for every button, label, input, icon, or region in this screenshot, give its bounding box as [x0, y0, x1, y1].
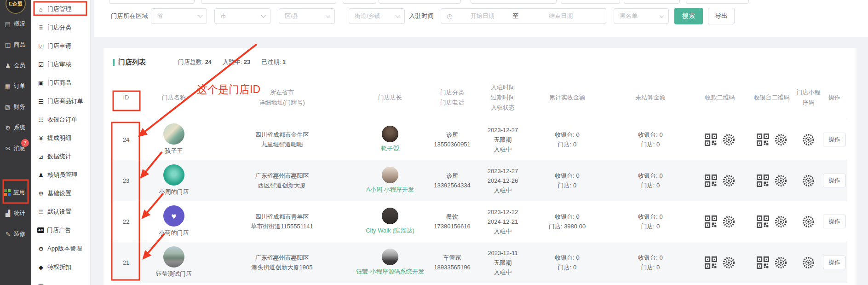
payment-roundqr-icon[interactable] — [723, 215, 735, 228]
submenu-item-store-category[interactable]: ⠿ 门店分类 — [31, 18, 90, 37]
sidebar-item-goods[interactable]: ◫ 商品 — [0, 35, 31, 55]
cashier-qr-icon[interactable] — [757, 134, 769, 146]
store-province: 四川省成都市金牛区 — [208, 130, 356, 140]
submenu-item-verifier-management[interactable]: ♟ 核销员管理 — [31, 166, 90, 184]
submenu-label: 收银台订单 — [47, 116, 77, 124]
city-select[interactable]: 市 — [214, 8, 270, 24]
cashier-roundqr-icon[interactable] — [775, 134, 787, 146]
submenu-item-default-settings[interactable]: ☰ 默认设置 — [31, 203, 90, 221]
row-action-button[interactable]: 操作 — [823, 174, 846, 187]
blacklist-select[interactable]: 黑名单 — [614, 8, 669, 24]
store-phone: 17380156616 — [425, 221, 480, 231]
miniprogram-qr-icon[interactable] — [802, 134, 815, 146]
amount-label: 收银台: — [555, 213, 575, 220]
row-action-button[interactable]: 操作 — [823, 215, 846, 228]
row-action-button[interactable]: 操作 — [823, 256, 846, 269]
sidebar-item-orders[interactable]: ▦ 订单 — [0, 76, 31, 97]
top-form-input[interactable] — [109, 0, 195, 4]
person-icon: ♟ — [37, 172, 45, 179]
received-amount-cell: 收银台: 0 门店: 3980.00 — [526, 212, 609, 231]
manager-name-link[interactable]: City Walk (瞎溜达) — [356, 226, 425, 235]
payment-qr-icon[interactable] — [705, 174, 717, 187]
header-payment-qr: 收款二维码 — [692, 93, 747, 103]
row-action-button[interactable]: 操作 — [823, 133, 846, 146]
submenu-item-privilege-discount[interactable]: ◆ 特权折扣 — [31, 258, 90, 276]
manager-name-link[interactable]: 钰莹-小程序源码系统开发 — [356, 267, 425, 276]
manager-name-link[interactable]: 耗子🐭 — [356, 144, 425, 153]
payment-roundqr-icon[interactable] — [723, 174, 735, 187]
sidebar-item-members[interactable]: ♟ 会员 — [0, 55, 31, 76]
submenu-item-store-management[interactable]: ⌂ 门店管理 — [31, 0, 90, 18]
cashier-qr-icon[interactable] — [757, 174, 769, 187]
cashier-roundqr-icon[interactable] — [775, 256, 787, 269]
received-amount-cell: 收银台: 0 门店: 0 — [526, 130, 609, 149]
amount-label: 门店: — [641, 182, 655, 189]
miniprogram-qr-icon[interactable] — [802, 256, 815, 269]
sidebar-item-overview[interactable]: ▤ 概况 — [0, 14, 31, 35]
filter-card: 门店所在区域 省 市 区/县 街道/乡镇 入驻时间 ◷ 开始日期 至 — [94, 0, 868, 37]
bag-icon: ▣ — [37, 80, 45, 87]
store-street: 草市街街道1155551141 — [208, 221, 356, 231]
store-manager-cell: 钰莹-小程序源码系统开发 — [356, 249, 425, 276]
header-action: 操作 — [821, 93, 848, 103]
goods-icon: ◫ — [4, 41, 11, 48]
submenu-item-data-statistics[interactable]: ⊿ 数据统计 — [31, 147, 90, 166]
street-select[interactable]: 街道/乡镇 — [349, 8, 405, 24]
store-list-header: 门店列表 门店总数:24 入驻中:23 已过期:1 — [113, 48, 847, 76]
tag-icon: ◆ — [37, 264, 45, 271]
top-form-input[interactable] — [624, 0, 680, 4]
top-form-input[interactable] — [379, 0, 461, 4]
sidebar-item-apps[interactable]: 应用 — [0, 182, 31, 203]
sidebar-item-decorate[interactable]: ✎ 装修 — [0, 224, 31, 244]
unsettled-amount-cell: 收银台: 0 门店: 0 — [609, 212, 692, 231]
payment-roundqr-icon[interactable] — [723, 134, 735, 146]
date-range-input[interactable]: ◷ 开始日期 至 结束日期 — [441, 8, 606, 24]
sidebar-item-label: 会员 — [14, 62, 25, 70]
district-select[interactable]: 区/县 — [279, 8, 335, 24]
submenu-item-commission-detail[interactable]: ¥ 提成明细 — [31, 129, 90, 147]
sidebar-item-messages[interactable]: ✉ 消息 7 — [0, 138, 31, 159]
manager-name-link[interactable]: A小周 小程序开发 — [356, 185, 425, 194]
payment-qr-icon[interactable] — [705, 215, 717, 228]
app-logo[interactable]: E企盟 — [6, 0, 26, 14]
miniprogram-qr-icon[interactable] — [802, 215, 815, 228]
cashier-roundqr-icon[interactable] — [775, 215, 787, 228]
submenu-item-store-apply[interactable]: ☑ 门店申请 — [31, 37, 90, 55]
store-name: 钰莹测试门店 — [139, 269, 208, 279]
payment-qr-icon[interactable] — [705, 134, 717, 146]
miniprogram-qr-icon[interactable] — [802, 174, 815, 187]
submenu-item-store-goods-orders[interactable]: ☰ 门店商品订单 — [31, 92, 90, 111]
export-button[interactable]: 导出 — [708, 8, 735, 24]
top-form-input[interactable] — [561, 0, 620, 4]
store-province: 四川省成都市青羊区 — [208, 212, 356, 221]
sidebar-item-label: 商品 — [14, 41, 25, 49]
submenu-item-store-review[interactable]: ☑ 门店审核 — [31, 55, 90, 74]
gear-icon: ⚙ — [4, 124, 11, 131]
submenu-item-store-goods[interactable]: ▣ 门店商品 — [31, 74, 90, 92]
store-category: 诊所 — [425, 171, 480, 180]
payment-roundqr-icon[interactable] — [723, 256, 735, 269]
top-form-input[interactable] — [201, 0, 336, 4]
cashier-qr-icon[interactable] — [757, 215, 769, 228]
secondary-sidebar: ⌂ 门店管理 ⠿ 门店分类 ☑ 门店申请 ☑ 门店审核 ▣ 门店商品 ☰ 门店商… — [31, 0, 91, 285]
top-form-input[interactable] — [686, 0, 749, 4]
search-button[interactable]: 搜索 — [674, 8, 703, 24]
top-form-input[interactable] — [343, 0, 376, 4]
cashier-qr-icon[interactable] — [757, 256, 769, 269]
submenu-item-cashier-orders[interactable]: ☷ 收银台订单 — [31, 111, 90, 129]
submenu-item-app-version[interactable]: ⚙ App版本管理 — [31, 239, 90, 258]
submenu-item-partial[interactable]: ▣ — [31, 276, 90, 285]
sidebar-item-finance[interactable]: ▧ 财务 — [0, 97, 31, 117]
payment-qr-cell — [692, 215, 747, 228]
payment-qr-icon[interactable] — [705, 256, 717, 269]
top-form-input[interactable] — [471, 0, 557, 4]
province-select[interactable]: 省 — [151, 8, 207, 24]
miniprogram-qr-cell — [796, 215, 821, 228]
title-accent-bar — [113, 59, 115, 66]
submenu-item-store-ads[interactable]: AD 门店广告 — [31, 221, 90, 239]
sidebar-item-system[interactable]: ⚙ 系统 — [0, 117, 31, 138]
sidebar-item-statistics[interactable]: ▟ 统计 — [0, 203, 31, 224]
cashier-roundqr-icon[interactable] — [775, 174, 787, 187]
store-street: 西区街道创新大厦 — [208, 180, 356, 190]
submenu-item-basic-settings[interactable]: ⚙ 基础设置 — [31, 184, 90, 203]
